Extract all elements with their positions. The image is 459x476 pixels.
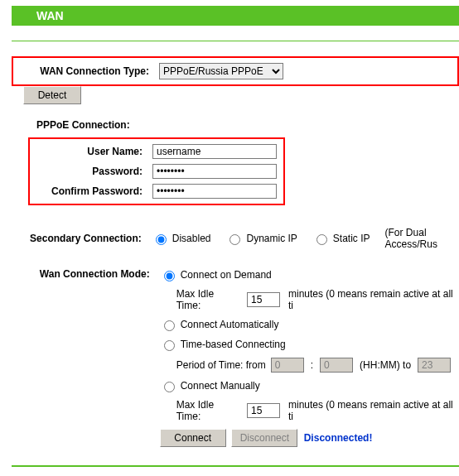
mode-ondemand-radio[interactable] <box>164 271 175 281</box>
divider-bottom <box>12 465 459 467</box>
connection-status: Disconnected! <box>304 432 373 444</box>
mode-manual-item[interactable]: Connect Manually <box>160 379 260 392</box>
max-idle-input-1[interactable] <box>247 292 280 307</box>
connect-button[interactable]: Connect <box>160 429 226 447</box>
wan-type-label: WAN Connection Type: <box>20 65 159 77</box>
mode-ondemand-item[interactable]: Connect on Demand <box>160 268 272 281</box>
secondary-dynamic-label: Dynamic IP <box>246 233 297 244</box>
period-label: Period of Time: from <box>176 359 266 371</box>
max-idle-input-2[interactable] <box>247 403 280 418</box>
username-input[interactable] <box>152 144 277 159</box>
password-input[interactable] <box>152 164 277 179</box>
mode-time-item[interactable]: Time-based Connecting <box>160 338 286 351</box>
confirm-password-label: Confirm Password: <box>36 185 152 197</box>
detect-button[interactable]: Detect <box>23 86 81 104</box>
period-end-input <box>418 358 451 373</box>
disconnect-button: Disconnect <box>231 429 297 447</box>
secondary-dynamic-radio[interactable] <box>230 234 240 245</box>
idle-unit-1: minutes (0 means remain active at all ti <box>288 288 459 311</box>
secondary-dynamic-item[interactable]: Dynamic IP <box>225 232 297 245</box>
mode-manual-label: Connect Manually <box>181 380 260 392</box>
idle-unit-2: minutes (0 means remain active at all ti <box>288 399 459 422</box>
pppoe-highlight: User Name: Password: Confirm Password: <box>28 137 285 205</box>
wan-title: WAN <box>36 9 64 22</box>
mode-auto-radio[interactable] <box>164 320 175 331</box>
secondary-label: Secondary Connection: <box>12 233 152 244</box>
mode-time-radio[interactable] <box>164 340 175 351</box>
secondary-static-item[interactable]: Static IP <box>312 232 370 245</box>
mode-auto-item[interactable]: Connect Automatically <box>160 318 279 331</box>
mode-auto-label: Connect Automatically <box>181 319 279 330</box>
divider-top <box>12 41 459 41</box>
secondary-radio-group: Disabled Dynamic IP Static IP (For Dual … <box>152 227 459 250</box>
max-idle-label-1: Max Idle Time: <box>176 288 240 311</box>
period-from-input <box>271 358 304 373</box>
period-hm-label: (HH:MM) to <box>360 359 411 371</box>
mode-time-label: Time-based Connecting <box>181 339 286 350</box>
secondary-disabled-radio[interactable] <box>156 234 167 245</box>
secondary-static-label: Static IP <box>333 233 370 244</box>
period-to-input <box>320 358 353 373</box>
secondary-note: (For Dual Access/Rus <box>385 227 459 250</box>
mode-ondemand-label: Connect on Demand <box>181 269 272 281</box>
pppoe-section-title: PPPoE Connection: <box>36 119 459 131</box>
confirm-password-input[interactable] <box>152 184 277 199</box>
secondary-disabled-label: Disabled <box>172 233 211 244</box>
secondary-static-radio[interactable] <box>316 234 327 245</box>
wan-header: WAN <box>12 6 459 26</box>
mode-label: Wan Connection Mode: <box>12 268 160 280</box>
password-label: Password: <box>36 166 152 177</box>
mode-manual-radio[interactable] <box>164 382 175 392</box>
mode-block: Connect on Demand Max Idle Time: minutes… <box>160 268 459 454</box>
wan-type-select[interactable]: PPPoE/Russia PPPoE <box>159 63 283 79</box>
max-idle-label-2: Max Idle Time: <box>176 399 240 422</box>
wan-type-highlight: WAN Connection Type: PPPoE/Russia PPPoE <box>12 56 459 86</box>
secondary-disabled-item[interactable]: Disabled <box>152 232 211 245</box>
period-colon: : <box>311 359 313 371</box>
username-label: User Name: <box>36 146 152 157</box>
